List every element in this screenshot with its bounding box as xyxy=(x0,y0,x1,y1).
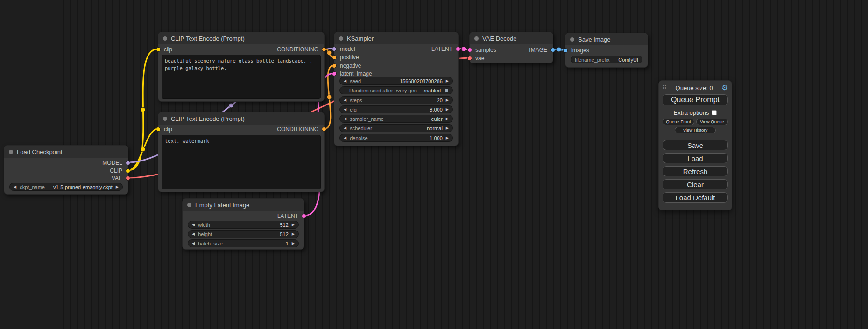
model-slot-dot[interactable] xyxy=(332,47,337,51)
node-titlebar[interactable]: VAE Decode xyxy=(470,32,553,44)
vae-slot-dot[interactable] xyxy=(467,56,472,61)
node-titlebar[interactable]: Save Image xyxy=(565,33,648,45)
model-slot-dot[interactable] xyxy=(126,161,130,165)
save-button[interactable]: Save xyxy=(663,140,728,150)
output-slot-image: IMAGE xyxy=(529,46,555,54)
positive-prompt-textarea[interactable]: beautiful scenery nature glass bottle la… xyxy=(162,55,321,99)
collapse-dot-icon[interactable] xyxy=(474,36,479,41)
collapse-dot-icon[interactable] xyxy=(163,36,167,41)
clear-button[interactable]: Clear xyxy=(663,179,728,189)
widget-label: scheduler xyxy=(350,126,372,131)
arrow-left-icon[interactable]: ◀ xyxy=(344,79,346,83)
node-empty-latent-image[interactable]: Empty Latent Image LATENT ◀ width 512 ▶ … xyxy=(182,198,304,250)
widget-value: enabled xyxy=(423,88,441,93)
ckpt-name-widget[interactable]: ◀ ckpt_name v1-5-pruned-emaonly.ckpt ▶ xyxy=(9,183,123,191)
arrow-right-icon[interactable]: ▶ xyxy=(292,232,295,236)
image-slot-dot[interactable] xyxy=(563,48,568,53)
node-titlebar[interactable]: CLIP Text Encode (Prompt) xyxy=(158,32,324,44)
image-slot-dot[interactable] xyxy=(550,48,555,52)
scheduler-widget[interactable]: ◀ scheduler normal ▶ xyxy=(339,124,453,132)
link-midpoint-dot xyxy=(229,103,233,108)
random-seed-toggle-widget[interactable]: Random seed after every gen enabled xyxy=(339,86,453,94)
widget-label: width xyxy=(198,222,210,228)
node-title: CLIP Text Encode (Prompt) xyxy=(171,115,245,122)
slot-label: latent_image xyxy=(340,70,372,77)
arrow-left-icon[interactable]: ◀ xyxy=(192,223,195,227)
input-slot-vae: vae xyxy=(467,55,484,62)
view-history-button[interactable]: View History xyxy=(675,127,716,133)
arrow-right-icon[interactable]: ▶ xyxy=(446,126,449,130)
latent-slot-dot[interactable] xyxy=(467,48,472,52)
collapse-dot-icon[interactable] xyxy=(187,203,191,207)
arrow-right-icon[interactable]: ▶ xyxy=(446,136,449,140)
extra-options-checkbox[interactable] xyxy=(712,110,717,115)
node-titlebar[interactable]: KSampler xyxy=(334,32,458,44)
latent-slot-dot[interactable] xyxy=(456,47,460,51)
arrow-left-icon[interactable]: ◀ xyxy=(344,136,346,140)
negative-prompt-textarea[interactable]: text, watermark xyxy=(162,135,321,189)
latent-slot-dot[interactable] xyxy=(302,214,306,218)
clip-slot-dot[interactable] xyxy=(156,127,161,132)
sampler-name-widget[interactable]: ◀ sampler_name euler ▶ xyxy=(339,115,453,123)
collapse-dot-icon[interactable] xyxy=(339,36,343,41)
node-titlebar[interactable]: Empty Latent Image xyxy=(183,199,304,211)
queue-front-button[interactable]: Queue Front xyxy=(663,119,694,125)
view-queue-button[interactable]: View Queue xyxy=(696,119,728,125)
arrow-right-icon[interactable]: ▶ xyxy=(446,98,449,102)
slot-label: positive xyxy=(340,54,359,61)
input-slot-samples: samples xyxy=(467,46,496,54)
load-button[interactable]: Load xyxy=(663,153,728,163)
arrow-right-icon[interactable]: ▶ xyxy=(446,108,449,112)
conditioning-slot-dot[interactable] xyxy=(332,55,337,60)
arrow-right-icon[interactable]: ▶ xyxy=(446,79,449,83)
height-widget[interactable]: ◀ height 512 ▶ xyxy=(188,230,299,238)
node-titlebar[interactable]: Load Checkpoint xyxy=(4,146,128,158)
width-widget[interactable]: ◀ width 512 ▶ xyxy=(188,221,299,229)
arrow-right-icon[interactable]: ▶ xyxy=(292,242,295,245)
node-clip-text-encode-negative[interactable]: CLIP Text Encode (Prompt) clip CONDITION… xyxy=(158,112,325,192)
collapse-dot-icon[interactable] xyxy=(570,37,574,42)
collapse-dot-icon[interactable] xyxy=(9,150,13,154)
arrow-left-icon[interactable]: ◀ xyxy=(344,108,346,112)
arrow-left-icon[interactable]: ◀ xyxy=(14,185,16,189)
arrow-left-icon[interactable]: ◀ xyxy=(344,126,346,130)
latent-slot-dot[interactable] xyxy=(332,71,337,76)
node-load-checkpoint[interactable]: Load Checkpoint MODEL CLIP VAE ◀ ckpt_na… xyxy=(4,145,128,195)
menu-header: ⠿ Queue size: 0 ⚙ xyxy=(663,83,728,92)
conditioning-slot-dot[interactable] xyxy=(322,127,326,132)
arrow-left-icon[interactable]: ◀ xyxy=(344,98,346,102)
drag-handle-icon[interactable]: ⠿ xyxy=(663,84,667,91)
arrow-left-icon[interactable]: ◀ xyxy=(344,117,346,121)
clip-slot-dot[interactable] xyxy=(126,168,130,173)
clip-slot-dot[interactable] xyxy=(156,47,161,52)
cfg-widget[interactable]: ◀ cfg 8.000 ▶ xyxy=(339,105,453,113)
denoise-widget[interactable]: ◀ denoise 1.000 ▶ xyxy=(339,134,453,142)
node-ksampler[interactable]: KSampler model positive negative latent_… xyxy=(334,32,459,146)
queue-prompt-button[interactable]: Queue Prompt xyxy=(663,94,728,105)
arrow-right-icon[interactable]: ▶ xyxy=(116,185,119,189)
arrow-left-icon[interactable]: ◀ xyxy=(192,232,195,236)
conditioning-slot-dot[interactable] xyxy=(332,63,337,68)
conditioning-slot-dot[interactable] xyxy=(322,47,326,52)
filename-prefix-widget[interactable]: filename_prefix ComfyUI xyxy=(571,56,642,63)
link-midpoint-dot xyxy=(557,47,561,52)
steps-widget[interactable]: ◀ steps 20 ▶ xyxy=(339,96,453,104)
node-clip-text-encode-positive[interactable]: CLIP Text Encode (Prompt) clip CONDITION… xyxy=(158,32,325,102)
node-title: KSampler xyxy=(347,35,374,42)
refresh-button[interactable]: Refresh xyxy=(663,166,728,176)
widget-value: 1 xyxy=(286,241,289,246)
batch-size-widget[interactable]: ◀ batch_size 1 ▶ xyxy=(188,239,299,247)
arrow-left-icon[interactable]: ◀ xyxy=(192,242,195,245)
node-graph-canvas[interactable]: Load Checkpoint MODEL CLIP VAE ◀ ckpt_na… xyxy=(0,0,868,329)
collapse-dot-icon[interactable] xyxy=(163,117,167,121)
load-default-button[interactable]: Load Default xyxy=(663,192,728,203)
node-titlebar[interactable]: CLIP Text Encode (Prompt) xyxy=(158,112,324,125)
node-vae-decode[interactable]: VAE Decode samples vae IMAGE xyxy=(469,32,553,63)
arrow-right-icon[interactable]: ▶ xyxy=(292,223,295,227)
seed-widget[interactable]: ◀ seed 156680208700286 ▶ xyxy=(339,77,453,85)
toggle-dot[interactable] xyxy=(444,88,449,93)
node-save-image[interactable]: Save Image images filename_prefix ComfyU… xyxy=(565,33,648,68)
settings-gear-icon[interactable]: ⚙ xyxy=(722,84,728,92)
vae-slot-dot[interactable] xyxy=(126,176,130,181)
arrow-right-icon[interactable]: ▶ xyxy=(446,117,449,121)
